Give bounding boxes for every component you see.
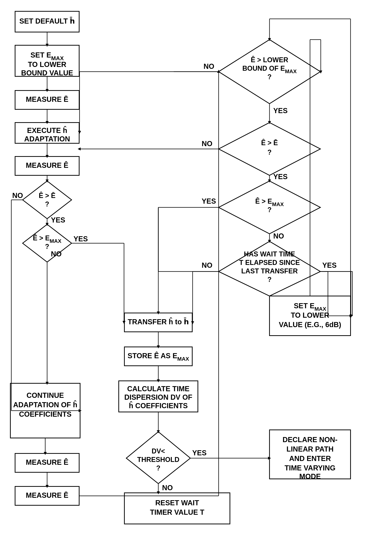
execute-adapt-label1: EXECUTE ĥ — [27, 126, 67, 134]
transfer-h-label: TRANSFER ĥ to h̄ — [128, 317, 189, 326]
diamond-wait-time-label2: T ELAPSED SINCE — [239, 259, 300, 266]
measure-e-hat1-label: MEASURE Ê — [26, 161, 68, 169]
continue-adapt-label2: ADAPTATION OF ĥ — [13, 400, 78, 409]
declare-nonlinear-label1: DECLARE NON- — [282, 436, 337, 444]
yes-label-3: YES — [273, 107, 288, 115]
diamond-ehat-gt-emax2-label2: ? — [267, 206, 272, 214]
set-emax-lower2-label3: VALUE (E.G., 6dB) — [279, 321, 341, 329]
set-emax-lower2-label2: TO LOWER — [291, 311, 329, 319]
diamond-ehat-gt-ebar1-label1: Ê > Ē — [39, 192, 56, 199]
declare-nonlinear-label5: MODE — [299, 472, 321, 481]
calc-time-label1: CALCULATE TIME — [127, 385, 190, 393]
measure-e-bar2-label: MEASURE Ē — [26, 491, 68, 499]
yes-label-right-emax: YES — [202, 197, 216, 205]
yes-label-2: YES — [73, 235, 88, 243]
yes-label-4: YES — [273, 173, 288, 181]
flowchart: SET DEFAULT h̄ SET EMAX TO LOWER BOUND V… — [0, 0, 392, 543]
svg-marker-59 — [78, 147, 81, 150]
diamond-dv-threshold-label3: ? — [156, 464, 160, 472]
reset-wait-timer-label1: RESET WAIT — [155, 499, 199, 507]
diamond-ehat-gt-ebar2-label1: Ê > Ē — [261, 139, 278, 147]
no-label-1: NO — [12, 192, 23, 199]
svg-marker-14 — [22, 181, 72, 219]
diamond-dv-threshold-label1: DV< — [151, 447, 165, 455]
continue-adapt-label3: COEFFICIENTS — [19, 410, 72, 418]
declare-nonlinear-label2: LINEAR PATH — [286, 445, 334, 453]
diamond-emax-bound-label1: Ê > LOWER — [251, 56, 288, 64]
set-emax-lower-label2: TO LOWER — [28, 61, 66, 68]
diamond-ehat-gt-emax1-label2: ? — [45, 243, 49, 250]
no-label-wait: NO — [202, 261, 213, 269]
calc-time-label3: ĥ COEFFICIENTS — [129, 401, 188, 410]
measure-e-bar-label: MEASURE Ē — [26, 95, 68, 103]
continue-adapt-label1: CONTINUE — [27, 391, 64, 399]
diamond-wait-time-label3: LAST TRANSFER — [241, 267, 298, 275]
diamond-wait-time-label1: HAS WAIT TIME — [244, 250, 295, 258]
declare-nonlinear-label4: TIME VARYING — [285, 464, 336, 472]
reset-wait-timer-label2: TIMER VALUE T — [150, 508, 204, 516]
set-emax-lower-label3: BOUND VALUE — [21, 69, 73, 77]
yes-label-dv: YES — [192, 449, 207, 457]
calc-time-label2: DISPERSION DV OF — [124, 393, 192, 401]
no-label-dv: NO — [162, 484, 173, 492]
diamond-ehat-gt-ebar1-label2: ? — [45, 200, 49, 208]
no-label-2: NO — [51, 250, 62, 258]
yes-label-1: YES — [51, 216, 65, 224]
declare-nonlinear-label3: AND ENTER — [289, 455, 331, 463]
diamond-emax-bound-label3: ? — [267, 73, 272, 81]
diamond-ehat-gt-ebar2-label2: ? — [267, 148, 272, 156]
set-default-h-label: SET DEFAULT h̄ — [19, 17, 75, 25]
execute-adapt-label2: ADAPTATION — [24, 135, 70, 143]
no-label-top-right: NO — [203, 62, 214, 70]
diamond-dv-threshold-label2: THRESHOLD — [137, 456, 179, 464]
diamond-wait-time-label4: ? — [267, 276, 272, 283]
measure-e-hat2-label: MEASURE Ê — [26, 458, 68, 466]
no-label-right-ebar: NO — [202, 140, 213, 148]
no-label-right-emax: NO — [273, 232, 284, 240]
yes-label-wait: YES — [322, 261, 336, 269]
